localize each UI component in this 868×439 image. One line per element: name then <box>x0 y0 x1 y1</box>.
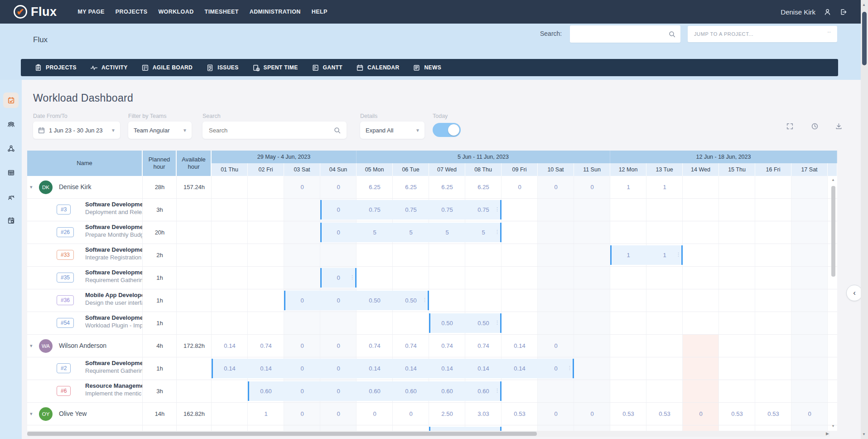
task-row: #3Software DevelopmenDeployment and Rele… <box>27 199 837 221</box>
vscroll-thumb[interactable] <box>831 186 835 277</box>
allocation-value: 0.60 <box>248 381 284 401</box>
tab-agile-board[interactable]: AGILE BOARD <box>141 64 193 72</box>
nav-my-page[interactable]: MY PAGE <box>78 9 105 15</box>
browser-scroll-down[interactable]: ▼ <box>862 432 866 436</box>
vertical-scrollbar[interactable]: ▲ ▼ <box>830 178 836 428</box>
allocation-bar[interactable]: 05555⋮ <box>320 223 502 242</box>
browser-scroll-thumb[interactable] <box>862 12 867 65</box>
drag-handle-icon[interactable]: ⋮ <box>422 297 427 303</box>
band-search-input[interactable] <box>574 30 668 38</box>
issue-id-badge[interactable]: #36 <box>57 295 74 305</box>
issue-id-badge[interactable]: #26 <box>57 227 74 237</box>
day-cell <box>248 425 284 431</box>
issue-id-badge[interactable]: #54 <box>57 318 74 328</box>
nav-administration[interactable]: ADMINISTRATION <box>250 9 301 15</box>
workload-value: 0.14 <box>212 335 248 357</box>
tab-issues[interactable]: ISSUES <box>206 64 238 72</box>
task-row: #26Software DevelopmenPrepare Monthly Bu… <box>27 221 837 244</box>
day-cell <box>502 244 538 266</box>
search-icon[interactable] <box>333 127 341 134</box>
allocation-bar[interactable]: 0.140.14000.140.140.140.140.140⋮ <box>212 359 574 378</box>
sidebar-item-payroll-calendar[interactable] <box>3 213 19 228</box>
allocation-bar[interactable]: 000.500.50⋮ <box>284 291 429 310</box>
expand-caret-icon[interactable]: ▾ <box>30 184 33 190</box>
scroll-down-arrow[interactable]: ▼ <box>831 424 835 428</box>
person-name[interactable]: Denise Kirk <box>59 176 92 198</box>
drag-handle-icon[interactable]: ⋮ <box>495 320 499 326</box>
sidebar-item-performance[interactable] <box>3 189 19 204</box>
issue-id-badge[interactable]: #6 <box>57 386 71 396</box>
drag-handle-icon[interactable]: ⋮ <box>495 229 499 235</box>
allocation-bar[interactable]: 0.60000.600.600.600.60⋮ <box>248 381 502 401</box>
browser-scrollbar[interactable]: ▲ ▼ <box>861 0 868 439</box>
sidebar-item-table-view[interactable] <box>3 165 19 180</box>
browser-scroll-up[interactable]: ▲ <box>862 3 866 7</box>
user-profile-icon[interactable] <box>824 8 831 16</box>
tab-activity[interactable]: ACTIVITY <box>90 64 128 72</box>
issue-id-badge[interactable]: #33 <box>57 250 74 260</box>
drag-handle-icon[interactable]: ⋮ <box>350 274 354 280</box>
allocation-bar[interactable]: 0.500.50⋮ <box>429 313 502 333</box>
planned-hours: 1h <box>143 312 177 334</box>
day-cell <box>248 289 284 312</box>
expand-caret-icon[interactable]: ▾ <box>30 343 33 349</box>
day-cell <box>683 244 719 266</box>
nav-help[interactable]: HELP <box>312 9 328 15</box>
week-header: 5 Jun - 11 Jun, 2023 <box>357 151 610 163</box>
today-toggle[interactable] <box>433 123 461 137</box>
day-cell <box>212 176 248 198</box>
teams-select[interactable]: Team Angular ▼ <box>128 122 192 139</box>
drag-handle-icon[interactable]: ⋮ <box>567 365 572 371</box>
download-icon[interactable] <box>835 122 843 130</box>
issue-id-badge[interactable]: #2 <box>57 363 71 373</box>
day-cell <box>574 289 610 312</box>
jump-to-project-select[interactable]: JUMP TO A PROJECT... ˈˈ <box>688 26 837 42</box>
drag-handle-icon[interactable]: ⋮ <box>495 388 499 394</box>
task-row: #54Software DevelopmenWorkload Plugin - … <box>27 312 837 335</box>
flux-logo[interactable]: ✔ Flux <box>14 5 57 19</box>
workload-value: 0 <box>538 403 574 425</box>
date-range-picker[interactable]: 1 Jun 23 - 30 Jun 23 ▼ <box>33 122 120 139</box>
drag-handle-icon[interactable]: ⋮ <box>676 252 680 258</box>
allocation-value: 0.14 <box>502 359 538 378</box>
fullscreen-icon[interactable] <box>786 122 794 130</box>
drag-handle-icon[interactable]: ⋮ <box>495 206 499 212</box>
tab-projects[interactable]: PROJECTS <box>34 64 77 72</box>
history-clock-icon[interactable] <box>811 122 819 130</box>
allocation-bar[interactable]: 00.750.750.750.75⋮ <box>320 200 502 220</box>
band-search-label: Search: <box>540 30 562 37</box>
tab-gantt[interactable]: GANTT <box>312 64 342 72</box>
allocation-bar[interactable]: 11⋮ <box>610 245 683 265</box>
scroll-right-arrow[interactable]: ▶ <box>826 431 829 436</box>
search-icon[interactable] <box>668 30 676 38</box>
issue-id-badge[interactable]: #35 <box>57 273 74 283</box>
user-name[interactable]: Denise Kirk <box>781 8 815 16</box>
day-cell <box>719 267 755 289</box>
nav-projects[interactable]: PROJECTS <box>116 9 148 15</box>
sidebar-item-org-network[interactable] <box>3 141 19 156</box>
sidebar-item-workload-calendar[interactable] <box>3 93 19 108</box>
workload-value: 0 <box>320 403 357 425</box>
collapse-panel-button[interactable]: ‹ <box>846 285 863 301</box>
tab-calendar[interactable]: CALENDAR <box>356 64 400 72</box>
person-name[interactable]: Wilson Anderson <box>59 335 106 357</box>
allocation-bar[interactable]: 0⋮ <box>320 268 357 288</box>
details-select[interactable]: Expand All ▼ <box>360 122 424 139</box>
expand-caret-icon[interactable]: ▾ <box>30 411 33 417</box>
hscroll-thumb[interactable] <box>27 432 537 436</box>
horizontal-scrollbar[interactable]: ▶ <box>27 431 830 437</box>
issue-id-badge[interactable]: #3 <box>57 205 71 215</box>
allocation-bar[interactable] <box>429 427 502 431</box>
logout-icon[interactable] <box>839 8 847 16</box>
nav-workload[interactable]: WORKLOAD <box>158 9 193 15</box>
nav-timesheet[interactable]: TIMESHEET <box>205 9 239 15</box>
day-cell <box>212 199 248 221</box>
search-filter-input[interactable] <box>208 127 333 134</box>
sidebar-item-teams[interactable] <box>3 117 19 132</box>
workload-calendar-icon <box>7 97 15 104</box>
tab-spent-time[interactable]: SPENT TIME <box>252 64 298 72</box>
scroll-up-arrow[interactable]: ▲ <box>831 178 835 182</box>
tab-news[interactable]: NEWS <box>413 64 441 72</box>
date-range-value: 1 Jun 23 - 30 Jun 23 <box>49 127 103 134</box>
person-name[interactable]: Olive Yew <box>59 403 87 425</box>
